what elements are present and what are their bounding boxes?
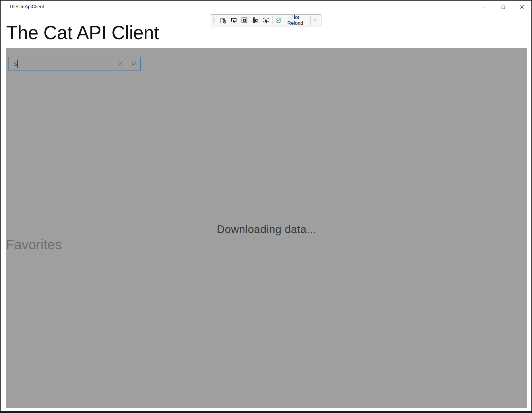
track-focused-element-button[interactable] <box>260 15 271 25</box>
chevron-left-icon <box>313 18 318 23</box>
status-text: Downloading data... <box>6 223 527 236</box>
hot-reload-button[interactable]: Hot Reload <box>274 15 309 25</box>
enable-selection-button[interactable] <box>229 15 239 25</box>
hot-reload-status-icon <box>275 17 281 24</box>
search-input[interactable]: s <box>9 57 114 70</box>
favorites-heading: Favorites <box>6 237 62 253</box>
search-input-value: s <box>14 60 17 67</box>
text-caret <box>17 60 18 68</box>
thermometer-icon <box>252 17 259 24</box>
xaml-debug-toolbar: Hot Reload <box>211 14 321 26</box>
display-layout-adorners-button[interactable] <box>239 15 250 25</box>
caption-buttons <box>475 1 531 14</box>
go-to-live-visual-tree-button[interactable] <box>218 15 229 25</box>
search-submit-button[interactable] <box>127 57 140 70</box>
clear-x-icon <box>118 61 123 66</box>
busy-overlay: s Downloading data... Favorites <box>6 48 527 408</box>
clear-search-button[interactable] <box>114 57 127 70</box>
track-focused-element-icon <box>262 17 269 24</box>
minimize-icon <box>482 7 486 7</box>
magnifier-icon <box>130 60 136 67</box>
collapse-toolbar-button[interactable] <box>312 15 319 25</box>
minimize-button[interactable] <box>475 1 494 14</box>
close-icon <box>520 5 524 9</box>
show-diagnostics-button[interactable] <box>250 15 260 25</box>
display-layout-adorners-icon <box>241 17 248 24</box>
search-box: s <box>8 57 141 71</box>
window-title: TheCatApiClient <box>9 4 44 9</box>
hot-reload-label: Hot Reload <box>284 14 307 26</box>
app-window: TheCatApiClient <box>0 0 532 413</box>
live-visual-tree-icon <box>220 17 227 24</box>
toolbar-grip-handle[interactable] <box>212 16 216 25</box>
toolbar-separator <box>310 16 311 25</box>
page-title: The Cat API Client <box>6 22 159 44</box>
title-bar: TheCatApiClient <box>1 1 531 14</box>
toolbar-separator <box>272 16 273 25</box>
maximize-icon <box>502 6 505 9</box>
close-button[interactable] <box>513 1 531 14</box>
maximize-button[interactable] <box>494 1 513 14</box>
enable-selection-icon <box>230 17 237 24</box>
